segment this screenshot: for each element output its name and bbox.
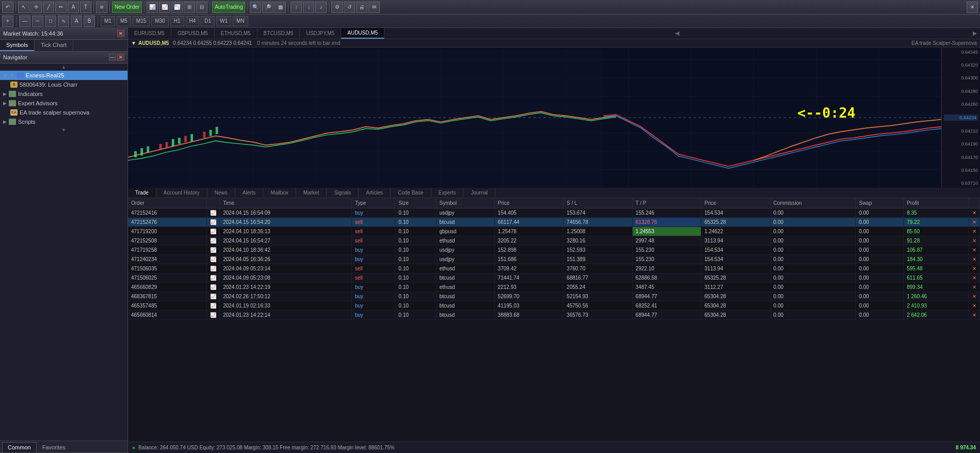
tab-favorites[interactable]: Favorites	[37, 442, 71, 452]
line-draw-btn[interactable]: —	[19, 15, 30, 27]
cell-close[interactable]: ✕	[969, 236, 980, 246]
wave-btn[interactable]: ∿	[58, 15, 69, 27]
text-btn[interactable]: A	[68, 2, 79, 13]
print-btn[interactable]: 🖨	[356, 2, 367, 13]
textbox-btn[interactable]: A	[71, 15, 82, 27]
tf-m30[interactable]: M30	[151, 16, 168, 26]
cell-tp: 155.246	[632, 208, 701, 218]
orders-tab-mailbox[interactable]: Mailbox	[263, 188, 296, 198]
orders-tab-news[interactable]: News	[207, 188, 235, 198]
orders-tab-trade[interactable]: Trade	[128, 188, 156, 198]
orders-tab-codebase[interactable]: Code Base	[391, 188, 431, 198]
autotrading-btn[interactable]: AutoTrading	[212, 2, 245, 13]
cell-close[interactable]: ✕	[969, 208, 980, 218]
tf-h4[interactable]: H4	[186, 16, 200, 26]
sym-tab-next[interactable]: ▶	[970, 28, 980, 39]
cell-close[interactable]: ✕	[969, 273, 980, 283]
tf-m15[interactable]: M15	[133, 16, 150, 26]
cell-close[interactable]: ✕	[969, 292, 980, 301]
cell-icon: 📈	[207, 236, 220, 246]
tf-h1[interactable]: H1	[170, 16, 184, 26]
cell-close[interactable]: ✕	[969, 264, 980, 273]
nav-item-ea[interactable]: ▶ Expert Advisors	[0, 99, 127, 108]
cell-close[interactable]: ✕	[969, 227, 980, 236]
tf-mn[interactable]: MN	[233, 16, 248, 26]
sym-tab-gbpusd[interactable]: GBPUSD,M5	[171, 28, 215, 38]
chart5-btn[interactable]: ⊟	[196, 2, 207, 13]
cell-type: buy	[351, 208, 395, 218]
line-btn[interactable]: ╱	[43, 2, 54, 13]
orders-tab-market[interactable]: Market	[296, 188, 327, 198]
cell-close[interactable]: ✕	[969, 255, 980, 264]
chart4-btn[interactable]: ⊞	[184, 2, 195, 13]
orders-tab-journal[interactable]: Journal	[463, 188, 495, 198]
mail-btn[interactable]: ✉	[368, 2, 380, 13]
nav-collapse-btn[interactable]: —	[109, 54, 116, 61]
bold-btn[interactable]: B	[84, 15, 95, 27]
cell-order: 471506025	[128, 273, 207, 283]
orders-tab-alerts[interactable]: Alerts	[235, 188, 264, 198]
crosshair-btn[interactable]: ✛	[30, 2, 42, 13]
cursor-btn[interactable]: ↖	[18, 2, 29, 13]
refresh-btn[interactable]: ↺	[344, 2, 355, 13]
indicators-up-btn[interactable]: ↑	[291, 2, 302, 13]
cell-tp: 61328.76	[632, 218, 701, 227]
tf-m1[interactable]: M1	[101, 16, 115, 26]
nav-item-indicators[interactable]: ▶ Indicators	[0, 89, 127, 99]
tab-tick-chart[interactable]: Tick Chart	[35, 40, 73, 51]
nav-scroll-down[interactable]: ▼	[0, 126, 127, 134]
periods-btn[interactable]: ≋	[96, 2, 107, 13]
market-watch-close-btn[interactable]: ✕	[117, 30, 124, 37]
nav-item-account[interactable]: $ 58006439: Louis Charr	[0, 80, 127, 89]
cell-time: 2024.04.15 16:54:09	[220, 208, 352, 218]
text2-btn[interactable]: T	[80, 2, 91, 13]
cell-profit: 899.34	[904, 283, 969, 292]
zoom-btn[interactable]: 🔍	[250, 2, 261, 13]
sym-tab-audusd[interactable]: AUDUSD,M5	[341, 28, 384, 39]
nav-item-scripts[interactable]: ▶ Scripts	[0, 117, 127, 126]
nav-close-btn[interactable]: ✕	[117, 54, 124, 61]
tab-common[interactable]: Common	[2, 442, 37, 452]
layout-btn[interactable]: ▦	[275, 2, 286, 13]
vol-btn[interactable]: ♪	[315, 2, 327, 13]
sym-tab-prev[interactable]: ◀	[672, 28, 682, 39]
cell-close[interactable]: ✕	[969, 301, 980, 311]
sym-tab-btcusd[interactable]: BTCUSD,M5	[258, 28, 300, 38]
new-order-btn[interactable]: New Order	[112, 2, 142, 13]
cell-close[interactable]: ✕	[969, 283, 980, 292]
tf-m5[interactable]: M5	[117, 16, 131, 26]
undo-btn[interactable]: ↶	[2, 2, 13, 13]
orders-tab-experts[interactable]: Experts	[431, 188, 464, 198]
rect-btn[interactable]: □	[45, 15, 56, 27]
orders-table-wrap[interactable]: Order Time Type Size Symbol Price S / L …	[128, 198, 980, 442]
nav-item-exness[interactable]: ▼ ▼ Exness-Real25	[0, 71, 127, 80]
orders-tab-account-history[interactable]: Account History	[156, 188, 207, 198]
draw-btn[interactable]: ✏	[55, 2, 67, 13]
zoom-in-btn[interactable]: 🔎	[262, 2, 274, 13]
tf-w1[interactable]: W1	[216, 16, 231, 26]
tab-symbols[interactable]: Symbols	[0, 40, 35, 51]
cell-close[interactable]: ✕	[969, 246, 980, 255]
tf-d1[interactable]: D1	[201, 16, 215, 26]
sym-tab-usdjpy[interactable]: USDJPY,M5	[300, 28, 341, 38]
cell-price: 154.405	[494, 208, 563, 218]
hline-btn[interactable]: ─	[32, 15, 43, 27]
nav-item-ea-scalper[interactable]: EA EA trade scalper supernova	[0, 108, 127, 117]
settings-btn[interactable]: ⚙	[331, 2, 343, 13]
chart-btn[interactable]: 📊	[147, 2, 158, 13]
cell-close[interactable]: ✕	[969, 311, 980, 320]
orders-tab-signals[interactable]: Signals	[327, 188, 359, 198]
cell-commission: 0.00	[770, 208, 856, 218]
add-btn[interactable]: +	[2, 15, 13, 27]
chart3-btn[interactable]: 📉	[171, 2, 183, 13]
cell-sl: 45750.56	[564, 301, 632, 311]
sym-tab-eurusd[interactable]: EURUSD,M5	[128, 28, 171, 38]
nav-scroll-up[interactable]: ▲	[0, 63, 127, 71]
chart2-btn[interactable]: 📈	[159, 2, 170, 13]
cell-close[interactable]: ✕	[969, 218, 980, 227]
orders-tab-articles[interactable]: Articles	[359, 188, 391, 198]
indicators-down-btn[interactable]: ↓	[303, 2, 314, 13]
close-app-btn[interactable]: ✕	[967, 2, 978, 13]
top-toolbar: ↶ ↖ ✛ ╱ ✏ A T ≋ New Order 📊 📈 📉 ⊞ ⊟ Auto…	[0, 0, 980, 14]
sym-tab-ethusd[interactable]: ETHUSD,M5	[215, 28, 258, 38]
